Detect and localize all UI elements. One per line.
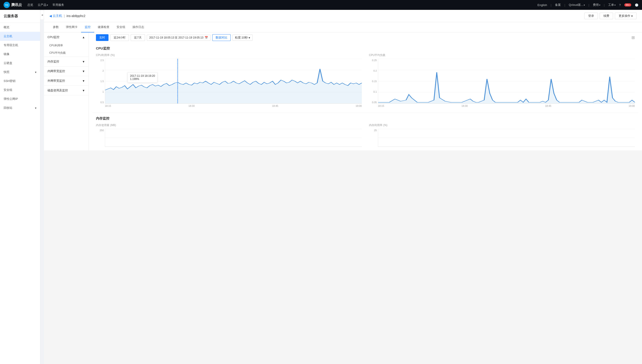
cpu-charts-row: CPU利用率 (%) 2.5 2 1.5 1 0.5 [92, 53, 638, 111]
sidebar-collapse-button[interactable]: ◀ [40, 10, 44, 20]
brand-name: 腾讯云 [11, 3, 22, 8]
cpu-utilization-chart: CPU利用率 (%) 2.5 2 1.5 1 0.5 [92, 53, 365, 111]
sidebar-item-cvm[interactable]: 云主机 [0, 32, 40, 41]
memory-usage-area: 250 [105, 129, 362, 147]
inbound-bandwidth-section: 内网带宽监控 ▼ [44, 66, 89, 76]
disk-section-arrow: ▼ [82, 89, 85, 92]
recycle-expand-icon: ▾ [35, 106, 37, 110]
memory-usage-canvas [105, 129, 362, 147]
page-header: ◀ 云主机 | ins-ab8pphc2 登录 续费 更多操作 ▾ [44, 10, 642, 22]
memory-rate-yaxis: 25 [370, 129, 377, 147]
memory-section-header[interactable]: 内存监控 ▼ [44, 57, 89, 66]
time-range-picker[interactable]: 2017-11-19 18:05:13 至 2017-11-19 19:05:1… [147, 35, 211, 41]
monitoring-area: CPU监控 ▲ CPU利用率 CPU平均负载 内存监控 ▼ [44, 32, 642, 150]
cpu-utilization-chart-canvas: 2017-11-19 18:19:20 1.199% [105, 59, 362, 104]
cpu-load-chart: CPU平均负载 0.25 0.2 0.15 0.1 0.05 [365, 53, 638, 111]
top-nav-right: English | 备案 | Qcloud基...▾ | 费用▾ | 工单▾ ?… [538, 2, 638, 8]
tab-monitoring[interactable]: 监控 [81, 22, 94, 32]
renew-button[interactable]: 续费 [600, 12, 613, 19]
tab-oplog[interactable]: 操作日志 [129, 22, 148, 32]
memory-rate-title: 内存利用率 (%) [369, 123, 635, 127]
sidebar-item-snapshot[interactable]: 快照 ▾ [0, 68, 40, 76]
time-toolbar: 实时 近24小时 近7天 2017-11-19 18:05:13 至 2017-… [92, 32, 638, 44]
nav-services[interactable]: 常用服务 [53, 2, 64, 8]
monitoring-layout: CPU监控 ▲ CPU利用率 CPU平均负载 内存监控 ▼ [44, 32, 642, 150]
memory-monitoring-section: 内存监控 内存使用量 (MB) 250 [92, 112, 638, 150]
sidebar-item-overview[interactable]: 概览 [0, 23, 40, 32]
memory-rate-chart: 内存利用率 (%) 25 [365, 123, 638, 150]
top-nav-items: 总览 云产品▾ 常用服务 [27, 2, 532, 8]
tab-eni[interactable]: 弹性网卡 [62, 22, 81, 32]
nav-overview[interactable]: 总览 [27, 2, 33, 8]
nav-english[interactable]: English [538, 2, 547, 8]
memory-rate-canvas [378, 129, 635, 147]
cpu-load-item[interactable]: CPU平均负载 [44, 49, 89, 57]
memory-rate-svg [378, 129, 635, 147]
breadcrumb-back[interactable]: ◀ 云主机 [49, 14, 62, 18]
sidebar-item-ssh[interactable]: SSH密钥 [0, 76, 40, 86]
data-compare-button[interactable]: 数据对比 [212, 34, 231, 41]
sidebar-item-security[interactable]: 安全组 [0, 86, 40, 94]
monitoring-sidebar: CPU监控 ▲ CPU利用率 CPU平均负载 内存监控 ▼ [44, 32, 89, 150]
granularity-select[interactable]: 粒度:10秒 ▾ [233, 34, 253, 41]
outbound-bw-arrow: ▼ [82, 79, 85, 82]
cpu-section-arrow: ▲ [82, 36, 85, 39]
memory-usage-chart: 内存使用量 (MB) 250 [92, 123, 365, 150]
breadcrumb: ◀ 云主机 | ins-ab8pphc2 [49, 14, 85, 18]
sidebar-item-eip[interactable]: 弹性公网IP [0, 94, 40, 104]
disk-section-header[interactable]: 磁盘使用及监控 ▼ [44, 86, 89, 95]
outbound-bw-header[interactable]: 外网带宽监控 ▼ [44, 76, 89, 86]
cpu-load-title: CPU平均负载 [369, 53, 635, 57]
cpu-utilization-yaxis: 2.5 2 1.5 1 0.5 [97, 59, 104, 104]
notification-badge[interactable]: 99+ [624, 3, 631, 6]
breadcrumb-current: ins-ab8pphc2 [67, 14, 85, 18]
nav-clock: 🕐 [635, 2, 638, 8]
main-layout: 云服务器 概览 云主机 专用宿主机 镜像 云硬盘 快照 ▾ SSH密钥 安全组 … [0, 10, 642, 364]
snapshot-expand-icon: ▾ [35, 70, 37, 74]
sidebar-item-image[interactable]: 镜像 [0, 50, 40, 59]
memory-usage-svg [105, 129, 362, 147]
outbound-bandwidth-section: 外网带宽监控 ▼ [44, 76, 89, 86]
tabs: 参数 弹性网卡 监控 健康检查 安全组 操作日志 [44, 22, 642, 32]
top-navigation: TC 腾讯云 总览 云产品▾ 常用服务 English | 备案 | Qclou… [0, 0, 642, 10]
7d-button[interactable]: 近7天 [131, 34, 145, 41]
tab-health[interactable]: 健康检查 [94, 22, 113, 32]
cpu-load-svg [378, 59, 635, 104]
tab-security[interactable]: 安全组 [113, 22, 129, 32]
memory-usage-yaxis: 250 [97, 129, 104, 147]
monitoring-charts: 实时 近24小时 近7天 2017-11-19 18:05:13 至 2017-… [89, 32, 642, 150]
inbound-bw-arrow: ▼ [82, 70, 85, 73]
main-content: ◀ 云主机 | ins-ab8pphc2 登录 续费 更多操作 ▾ 参数 弹性网… [44, 10, 642, 364]
svg-marker-8 [105, 69, 362, 104]
sidebar-item-disk[interactable]: 云硬盘 [0, 59, 40, 68]
24h-button[interactable]: 近24小时 [110, 34, 129, 41]
svg-marker-14 [378, 72, 635, 104]
nav-billing[interactable]: 费用▾ [593, 2, 600, 8]
cpu-load-xaxis: 18:15 18:30 18:45 19:00 [378, 104, 635, 107]
nav-ticket[interactable]: 工单▾ [608, 2, 615, 8]
cpu-utilization-svg [105, 59, 362, 104]
sidebar-item-dedicated[interactable]: 专用宿主机 [0, 41, 40, 50]
nav-products[interactable]: 云产品▾ [38, 2, 48, 8]
tab-params[interactable]: 参数 [49, 22, 62, 32]
cpu-utilization-chart-area: 2.5 2 1.5 1 0.5 20 [105, 59, 362, 104]
memory-usage-title: 内存使用量 (MB) [96, 123, 362, 127]
inbound-bw-header[interactable]: 内网带宽监控 ▼ [44, 66, 89, 76]
more-actions-button[interactable]: 更多操作 ▾ [615, 12, 637, 19]
memory-section-title: 内存监控 [92, 114, 638, 123]
cpu-utilization-item[interactable]: CPU利用率 [44, 42, 89, 49]
products-dropdown-arrow: ▾ [47, 4, 48, 6]
cpu-section-header[interactable]: CPU监控 ▲ [44, 32, 89, 42]
disk-monitor-section: 磁盘使用及监控 ▼ [44, 86, 89, 95]
brand-logo[interactable]: TC 腾讯云 [4, 2, 22, 8]
svg-text:TC: TC [5, 4, 9, 6]
login-button[interactable]: 登录 [584, 12, 598, 19]
nav-beian[interactable]: 备案 [555, 2, 561, 8]
sidebar: 云服务器 概览 云主机 专用宿主机 镜像 云硬盘 快照 ▾ SSH密钥 安全组 … [0, 10, 40, 364]
nav-help[interactable]: ? [619, 2, 621, 8]
sidebar-item-recycle[interactable]: 回收站 ▾ [0, 104, 40, 112]
realtime-button[interactable]: 实时 [96, 34, 108, 41]
grid-toggle-button[interactable]: ⊞ [631, 35, 635, 40]
cpu-load-chart-area: 0.25 0.2 0.15 0.1 0.05 [378, 59, 635, 104]
nav-qcloud[interactable]: Qcloud基...▾ [569, 2, 585, 8]
